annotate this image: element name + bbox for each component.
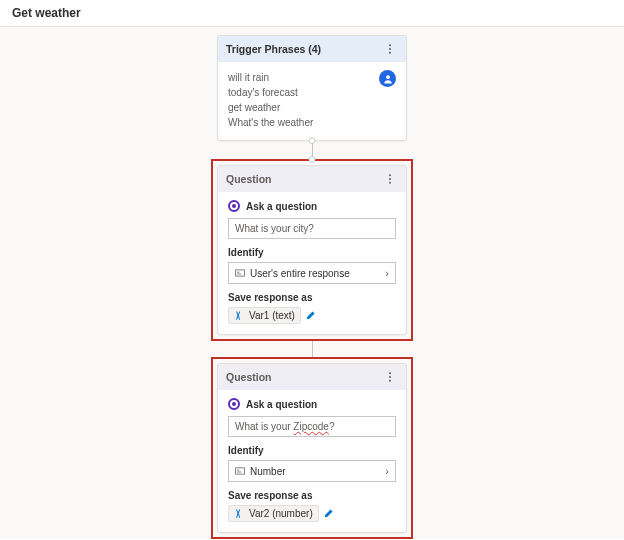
svg-rect-13 <box>236 468 245 474</box>
svg-rect-8 <box>237 272 240 273</box>
trigger-phrase: will it rain <box>228 70 396 85</box>
svg-rect-7 <box>236 270 245 276</box>
svg-point-10 <box>389 372 391 374</box>
entity-icon <box>235 268 245 278</box>
ask-question-label: Ask a question <box>246 399 317 410</box>
svg-point-12 <box>389 380 391 382</box>
variable-chip[interactable]: Var1 (text) <box>228 307 301 324</box>
trigger-phrase: today's forecast <box>228 85 396 100</box>
identify-label: Identify <box>228 247 396 258</box>
highlight-box: Question Ask a question What is your cit… <box>211 159 413 341</box>
svg-point-5 <box>389 178 391 180</box>
more-icon[interactable] <box>382 369 398 385</box>
question-header-label: Question <box>226 173 272 185</box>
more-icon[interactable] <box>382 171 398 187</box>
svg-rect-14 <box>237 470 240 471</box>
svg-point-4 <box>389 174 391 176</box>
entity-icon <box>235 466 245 476</box>
svg-point-2 <box>389 52 391 54</box>
authoring-canvas: Trigger Phrases (4) will it rain today's… <box>0 27 624 539</box>
ask-question-label: Ask a question <box>246 201 317 212</box>
question-text-input[interactable]: What is your Zipcode? <box>228 416 396 437</box>
edit-icon[interactable] <box>305 310 316 321</box>
svg-rect-15 <box>237 472 241 473</box>
svg-rect-9 <box>237 274 241 275</box>
trigger-phrase: What's the weather <box>228 115 396 130</box>
variable-chip[interactable]: Var2 (number) <box>228 505 319 522</box>
svg-point-0 <box>389 44 391 46</box>
more-icon[interactable] <box>382 41 398 57</box>
variable-icon <box>234 310 245 321</box>
identify-label: Identify <box>228 445 396 456</box>
chevron-right-icon: › <box>385 267 389 279</box>
page-title: Get weather <box>0 0 624 27</box>
save-response-label: Save response as <box>228 490 396 501</box>
trigger-phrase: get weather <box>228 100 396 115</box>
user-icon <box>379 70 396 87</box>
trigger-phrases-node[interactable]: Trigger Phrases (4) will it rain today's… <box>217 35 407 141</box>
radio-icon <box>228 398 240 410</box>
svg-point-11 <box>389 376 391 378</box>
save-response-label: Save response as <box>228 292 396 303</box>
edit-icon[interactable] <box>323 508 334 519</box>
chevron-right-icon: › <box>385 465 389 477</box>
svg-point-1 <box>389 48 391 50</box>
question-node[interactable]: Question Ask a question What is your cit… <box>217 165 407 335</box>
identify-select[interactable]: Number › <box>228 460 396 482</box>
highlight-box: Question Ask a question What is your Zip… <box>211 357 413 539</box>
trigger-header-label: Trigger Phrases (4) <box>226 43 321 55</box>
question-header-label: Question <box>226 371 272 383</box>
question-node[interactable]: Question Ask a question What is your Zip… <box>217 363 407 533</box>
variable-icon <box>234 508 245 519</box>
svg-point-6 <box>389 182 391 184</box>
question-text-input[interactable]: What is your city? <box>228 218 396 239</box>
svg-point-3 <box>386 75 390 79</box>
identify-select[interactable]: User's entire response › <box>228 262 396 284</box>
radio-icon <box>228 200 240 212</box>
